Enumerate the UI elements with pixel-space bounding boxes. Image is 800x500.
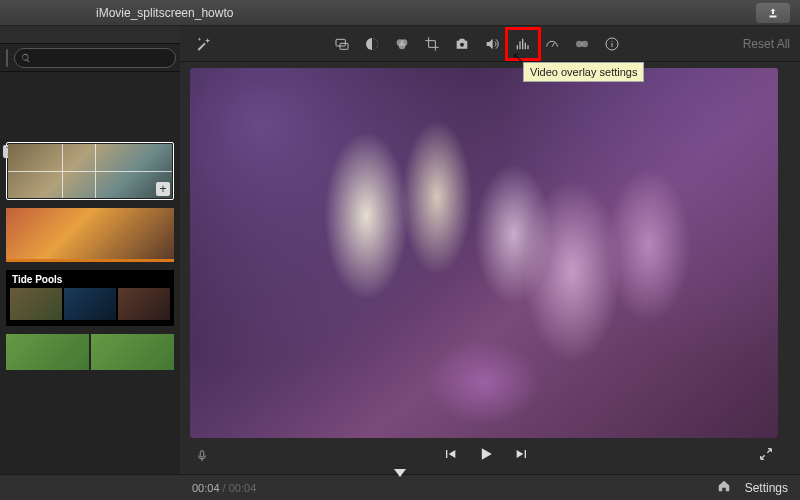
- volume-icon: [484, 36, 500, 52]
- filters-button[interactable]: [568, 30, 596, 58]
- media-browser-panel: 7.5s + Tide Pools: [0, 26, 180, 474]
- theme-thumb-label: [118, 320, 170, 322]
- project-title: iMovie_splitscreen_howto: [96, 6, 233, 20]
- search-icon: [21, 53, 31, 63]
- theme-thumb[interactable]: [10, 288, 62, 320]
- clip-thumbnail-selected[interactable]: 7.5s +: [6, 142, 174, 200]
- theme-title: Tide Pools: [10, 274, 170, 285]
- fullscreen-button[interactable]: [758, 446, 778, 466]
- view-toggle[interactable]: [6, 49, 8, 67]
- crop-icon: [424, 36, 440, 52]
- play-icon: [476, 444, 496, 464]
- prev-frame-button[interactable]: [442, 446, 458, 466]
- playhead-marker[interactable]: [394, 469, 406, 477]
- skip-back-icon: [442, 446, 458, 462]
- play-button[interactable]: [476, 444, 496, 468]
- playhead-time: 00:04 / 00:04: [192, 482, 256, 494]
- media-browser-header: [0, 26, 180, 44]
- video-overlay-settings-button[interactable]: [328, 30, 356, 58]
- color-correction-icon: [394, 36, 410, 52]
- total-time: 00:04: [229, 482, 257, 494]
- theme-thumb[interactable]: [118, 288, 170, 320]
- enhance-button[interactable]: [190, 31, 216, 57]
- timeline-bar: 00:04 / 00:04 Settings: [0, 474, 800, 500]
- search-row: [0, 44, 180, 72]
- stabilization-button[interactable]: [448, 30, 476, 58]
- next-frame-button[interactable]: [514, 446, 530, 466]
- theme-thumb-label: [10, 320, 62, 322]
- crop-button[interactable]: [418, 30, 446, 58]
- add-clip-icon[interactable]: +: [156, 182, 170, 196]
- reset-all-button[interactable]: Reset All: [743, 37, 790, 51]
- skip-forward-icon: [514, 446, 530, 462]
- clip-thumbnail[interactable]: [91, 334, 174, 370]
- current-time: 00:04: [192, 482, 220, 494]
- tooltip: Video overlay settings: [523, 62, 644, 82]
- transport-controls: [442, 444, 530, 468]
- video-frame-preview: [190, 68, 778, 438]
- info-icon: [604, 36, 620, 52]
- filters-icon: [574, 36, 590, 52]
- settings-button[interactable]: Settings: [745, 481, 788, 495]
- color-correction-button[interactable]: [388, 30, 416, 58]
- theme-card[interactable]: Tide Pools: [6, 270, 174, 326]
- imovie-window: iMovie_splitscreen_howto 7.5s: [0, 0, 800, 500]
- color-balance-icon: [364, 36, 380, 52]
- adjust-toolbar: Reset All: [180, 26, 800, 62]
- svg-point-8: [581, 40, 588, 47]
- share-button[interactable]: [756, 3, 790, 23]
- theme-thumb[interactable]: [64, 288, 116, 320]
- video-overlay-settings-icon: [334, 36, 350, 52]
- home-button[interactable]: [717, 479, 731, 497]
- svg-point-6: [460, 42, 464, 46]
- volume-button[interactable]: [478, 30, 506, 58]
- svg-point-5: [399, 42, 406, 49]
- svg-rect-10: [200, 451, 204, 457]
- clip-thumbnails: 7.5s + Tide Pools: [0, 72, 180, 474]
- voiceover-button[interactable]: [190, 444, 214, 468]
- clip-row: [6, 334, 174, 370]
- theme-thumb-label: [64, 320, 116, 322]
- stabilization-icon: [454, 36, 470, 52]
- info-button[interactable]: [598, 30, 626, 58]
- titlebar: iMovie_splitscreen_howto: [0, 0, 800, 26]
- viewer-controls: [180, 438, 800, 474]
- share-icon: [767, 7, 779, 19]
- color-balance-button[interactable]: [358, 30, 386, 58]
- expand-icon: [758, 446, 774, 462]
- video-viewer[interactable]: [190, 68, 778, 438]
- clip-thumbnail[interactable]: [6, 208, 174, 262]
- speed-icon: [544, 36, 560, 52]
- search-field[interactable]: [31, 52, 169, 64]
- viewer-panel: Reset All Video overlay settings: [180, 26, 800, 474]
- search-input[interactable]: [14, 48, 176, 68]
- magic-wand-icon: [195, 36, 211, 52]
- home-icon: [717, 479, 731, 493]
- clip-thumbnail[interactable]: [6, 334, 89, 370]
- speed-button[interactable]: [538, 30, 566, 58]
- svg-rect-0: [336, 39, 345, 46]
- microphone-icon: [195, 449, 209, 463]
